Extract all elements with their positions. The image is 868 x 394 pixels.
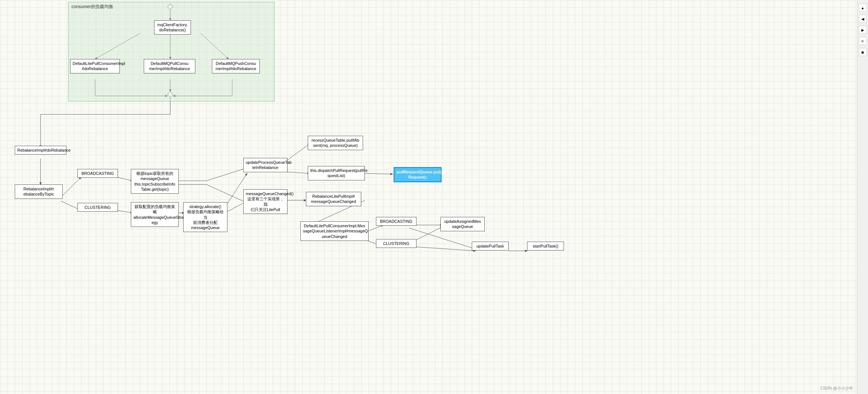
node-rebalance-impl-re: RebalanceImpl#rebalanceByTopic — [15, 184, 63, 199]
svg-line-20 — [206, 168, 247, 181]
node-default-lite-pull-msg: DefaultLitePullConsumerImpl.MessageQueue… — [300, 221, 369, 241]
node-msg-queue-subs: 根据topic获取所有的messageQueuethis.topicSubscr… — [131, 169, 179, 194]
svg-line-17 — [116, 177, 133, 181]
toolbar-btn-3[interactable]: ▶ — [859, 26, 867, 34]
right-toolbar: ▲ ◀ ▶ ≡ ◉ — [857, 0, 868, 394]
consumer-rebalance-group: consumer的负载均衡 — [68, 2, 275, 101]
toolbar-btn-5[interactable]: ◉ — [859, 48, 867, 56]
node-rebalance-lite-pull: RebalanceLitePullImpl#messageQueueChange… — [306, 192, 361, 206]
node-mq-client-factory: mqClientFactory. doRebalance() — [154, 20, 191, 35]
node-clustering-right: CLUSTERING — [376, 239, 416, 248]
node-clustering: CLUSTERING — [77, 203, 118, 212]
svg-line-28 — [365, 173, 393, 174]
node-get-allocate-strategy: 获取配置的负载均衡策略allocateMessageQueueStrategy — [131, 202, 179, 227]
node-broadcasting-right: BROADCASTING — [376, 217, 416, 226]
node-broadcasting: BROADCASTING — [77, 169, 118, 178]
group-title: consumer的负载均衡 — [72, 4, 113, 10]
toolbar-btn-4[interactable]: ≡ — [859, 37, 867, 45]
svg-line-34 — [409, 246, 475, 251]
node-msg-queue-changed: messageQueueChanged()这里有三个实现类，我们只关注LiteP… — [243, 189, 287, 214]
node-start-pull-task: startPullTask() — [527, 242, 564, 250]
node-strategy-allocate: strategy.allocate()根据负载均衡策略给当前消费者分配messa… — [183, 202, 227, 232]
node-default-mq-pull: DefaultMQPullConsumerImpl#doRebalance — [144, 59, 195, 73]
node-dispatch-pull-request: this.dispatchPullRequest(pullRequestList… — [308, 166, 365, 180]
node-update-process-queue: updateProcessQueueTableInRebalance — [243, 158, 287, 172]
node-default-lite-pull: DefaultLitePullConsumerImpl#doRebalance — [70, 59, 120, 73]
node-pull-request-queue: pullRequestQueue.put(pullRequest); — [394, 167, 442, 182]
svg-line-25 — [206, 184, 247, 203]
node-update-pull-task: updatePullTask — [472, 242, 509, 250]
diagram-canvas: consumer的负载均衡 mqClientFactory. doRebalan… — [0, 0, 868, 394]
toolbar-btn-2[interactable]: ◀ — [859, 15, 867, 23]
node-update-assigned: updateAssignedMessageQueue — [440, 217, 485, 231]
node-rebalance-impl-do: RebalanceImpl#doRebalance — [15, 146, 66, 155]
toolbar-btn-1[interactable]: ▲ — [859, 4, 867, 12]
watermark: CSDN @小小少年 — [820, 386, 853, 391]
svg-line-18 — [116, 210, 133, 213]
node-default-mq-push: DefaultMQPushConsumerImpl#doRebalance — [212, 59, 260, 73]
node-recess-queue-table: recessQueueTable.putIfAbsent(mq, process… — [308, 136, 363, 150]
svg-line-15 — [61, 177, 81, 197]
